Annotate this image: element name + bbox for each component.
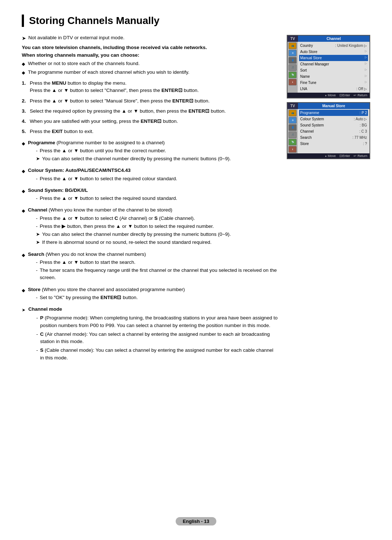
diamond-icon: ◆: [22, 188, 25, 194]
page-title: Storing Channels Manually: [22, 15, 370, 27]
footer-badge: English - 13: [176, 517, 217, 525]
section-channel-mode: ➤ Channel mode - P (Programme mode): Whe…: [22, 306, 278, 362]
menu-item: LNA : Off ▷: [299, 86, 368, 92]
step-text: When you are satisfied with your setting…: [30, 118, 178, 125]
tv-icon: 👤: [289, 124, 297, 131]
menu-item: Fine Tune ▷: [299, 80, 368, 86]
step-text: Press the ▲ or ▼ button to select "Manua…: [30, 97, 210, 105]
section-content: Channel (When you know the number of the…: [28, 206, 231, 247]
list-item: - P (Programme mode): When completing tu…: [36, 314, 278, 329]
tv-menu-body-2: 📺 ⚙ 👤 🎵 📡 ℹ Programme : P 2 Colou: [287, 109, 369, 153]
section-channel: ◆ Channel (When you know the number of t…: [22, 206, 278, 247]
list-item: - C (Air channel mode): You can select a…: [36, 331, 278, 346]
tv-icon: 📡: [289, 139, 297, 145]
diamond-icon: ◆: [22, 287, 25, 294]
menu-item-highlighted: Manual Store ▷: [299, 55, 368, 61]
tv-menu-footer-2: ⬧ Move ⊡Enter ↩ Return: [287, 153, 369, 158]
tv-icon: ℹ: [289, 146, 297, 153]
note-box-1: ➤ Not available in DTV or external input…: [22, 35, 278, 41]
list-item: - Set to "OK" by pressing the ENTER⊡ but…: [36, 294, 185, 301]
tv-icon: 👤: [289, 57, 297, 64]
step-2: 2. Press the ▲ or ▼ button to select "Ma…: [22, 97, 278, 105]
channel-mode-content: Channel mode - P (Programme mode): When …: [28, 306, 278, 362]
step-num: 3.: [22, 108, 27, 115]
section-content: Colour System: Auto/PAL/SECAM/NTSC4.43 -…: [28, 167, 177, 183]
step-num: 2.: [22, 97, 27, 105]
list-item: - Press the ▲ or ▼ button to select C (A…: [36, 215, 231, 222]
bullet-list: ◆ Whether or not to store each of the ch…: [22, 60, 278, 76]
diamond-icon: ◆: [22, 252, 25, 258]
step-num: 5.: [22, 128, 27, 135]
menu-item: Name ▷: [299, 73, 368, 80]
section-content: Programme (Programme number to be assign…: [28, 139, 231, 164]
left-content: ➤ Not available in DTV or external input…: [22, 35, 278, 364]
tv-icon: ℹ: [289, 79, 297, 85]
tv-menu-footer-1: ⬧ Move ⊡Enter ↩ Return: [287, 93, 369, 98]
step-text: Press the EXIT button to exit.: [30, 128, 94, 135]
menu-item: Sort ▷: [299, 67, 368, 73]
tv-icon: 📺: [289, 110, 297, 116]
tv-icon: 📺: [289, 43, 297, 49]
tv-icon: ⚙: [289, 117, 297, 124]
step-5: 5. Press the EXIT button to exit.: [22, 128, 278, 135]
main-layout: ➤ Not available in DTV or external input…: [22, 35, 370, 364]
note-arrow-icon: ➤: [36, 231, 40, 238]
diamond-icon: ◆: [22, 168, 25, 174]
list-item: - S (Cable channel mode): You can select…: [36, 347, 278, 362]
step-1: 1. Press the MENU button to display the …: [22, 80, 278, 94]
right-content: TV Channel 📺 ⚙ 👤 🎵 📡 ℹ Country: [287, 35, 370, 163]
when-storing: When storing channels manually, you can …: [22, 52, 278, 58]
page-container: Storing Channels Manually ➤ Not availabl…: [0, 0, 392, 540]
list-item: - Press the ▲ or ▼ button until you find…: [36, 147, 231, 154]
list-item: - Press the ▲ or ▼ button to select the …: [36, 195, 177, 202]
section-search: ◆ Search (When you do not know the chann…: [22, 251, 278, 282]
section-content: Sound System: BG/DK/I/L - Press the ▲ or…: [28, 187, 177, 203]
menu-item: Colour System : Auto ▷: [299, 116, 368, 122]
numbered-list: 1. Press the MENU button to display the …: [22, 80, 278, 136]
tv-icon: 🎵: [289, 132, 297, 138]
list-item: - Press the ▲ or ▼ button to start the s…: [36, 259, 278, 266]
menu-item: Sound System : BG: [299, 122, 368, 128]
note-arrow-icon: ➤: [22, 35, 26, 41]
menu-item: Store : ?: [299, 141, 368, 147]
menu-item: Country : United Kingdom ▷: [299, 43, 368, 49]
step-num: 4.: [22, 118, 27, 125]
step-num: 1.: [22, 80, 27, 87]
tv-menu-channel: TV Channel 📺 ⚙ 👤 🎵 📡 ℹ Country: [287, 35, 370, 98]
section-store: ◆ Store (When you store the channel and …: [22, 286, 278, 302]
diamond-icon: ◆: [22, 61, 25, 67]
menu-item: Channel Manager ▷: [299, 61, 368, 67]
note-text-1: Not available in DTV or external input m…: [28, 35, 124, 40]
page-footer: English - 13: [0, 517, 392, 525]
list-item: ◆ Whether or not to store each of the ch…: [22, 60, 278, 67]
tv-menu-body-1: 📺 ⚙ 👤 🎵 📡 ℹ Country : United Kingdom ▷: [287, 42, 369, 93]
step-text: Press the MENU button to display the men…: [30, 80, 199, 94]
section-content: Store (When you store the channel and as…: [28, 286, 185, 302]
tv-icon: 📡: [289, 72, 297, 78]
list-item: ◆ The programme number of each stored ch…: [22, 69, 278, 76]
tv-menu-header-1: TV Channel: [287, 36, 369, 42]
step-text: Select the required option by pressing t…: [30, 108, 226, 115]
section-sound: ◆ Sound System: BG/DK/I/L - Press the ▲ …: [22, 187, 278, 203]
step-4: 4. When you are satisfied with your sett…: [22, 118, 278, 125]
tv-menu-header-2: TV Manual Store: [287, 103, 369, 109]
diamond-icon: ◆: [22, 207, 25, 214]
section-programme: ◆ Programme (Programme number to be assi…: [22, 139, 278, 164]
menu-item: Search : 77 MHz: [299, 134, 368, 141]
menu-item-highlighted: Programme : P 2: [299, 110, 368, 116]
note-arrow-icon: ➤: [36, 155, 40, 162]
list-item: - Press the ▲ or ▼ button to select the …: [36, 175, 177, 182]
list-item: - Press the ▶ button, then press the ▲ o…: [36, 223, 231, 230]
tv-menu-manual-store: TV Manual Store 📺 ⚙ 👤 🎵 📡 ℹ Programm: [287, 102, 370, 159]
menu-item: Channel : C 3: [299, 128, 368, 134]
bold-intro: You can store television channels, inclu…: [22, 45, 278, 50]
diamond-icon: ◆: [22, 140, 25, 147]
section-content: Search (When you do not know the channel…: [28, 251, 278, 282]
step-3: 3. Select the required option by pressin…: [22, 108, 278, 115]
list-item: - The tuner scans the frequency range un…: [36, 267, 278, 282]
note-arrow-icon: ➤: [36, 239, 40, 246]
menu-item: Auto Store ▷: [299, 49, 368, 55]
tv-icon: ⚙: [289, 50, 297, 56]
diamond-icon: ◆: [22, 69, 25, 76]
tv-icon: 🎵: [289, 64, 297, 71]
